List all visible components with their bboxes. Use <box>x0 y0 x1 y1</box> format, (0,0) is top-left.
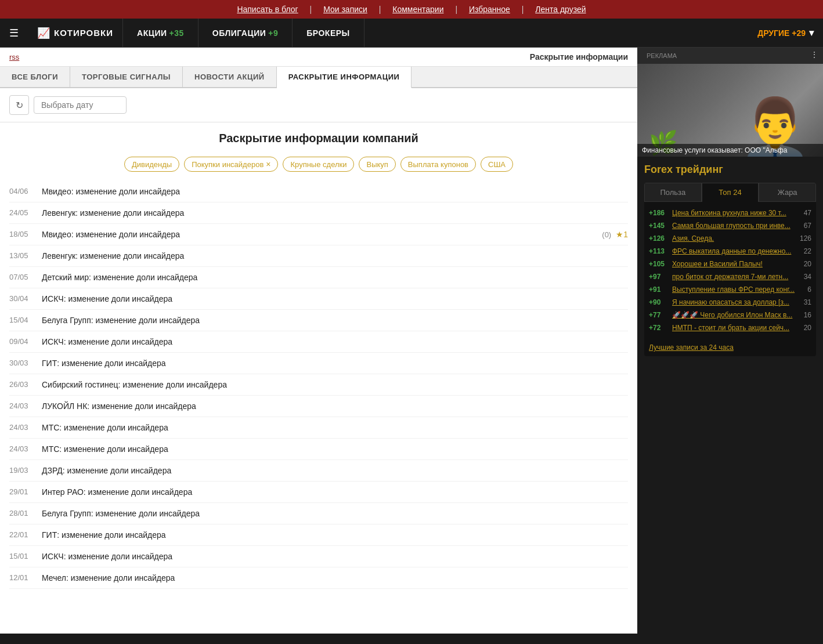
news-text[interactable]: Детский мир: изменение доли инсайдера <box>42 273 628 282</box>
news-text[interactable]: ИСКЧ: изменение доли инсайдера <box>42 294 628 303</box>
news-text[interactable]: ИСКЧ: изменение доли инсайдера <box>42 337 628 346</box>
topbar-link-comments[interactable]: Комментарии <box>392 5 443 14</box>
news-text[interactable]: МТС: изменение доли инсайдера <box>42 444 628 454</box>
news-text[interactable]: ИСКЧ: изменение доли инсайдера <box>42 552 628 561</box>
news-date: 19/03 <box>9 466 33 475</box>
widget-row: +186 Цена биткоина рухнула ниже 30 т... … <box>644 207 816 219</box>
news-item: 26/03 Сибирский гостинец: изменение доли… <box>9 374 628 396</box>
news-text[interactable]: Мвидео: изменение доли инсайдера <box>42 230 593 239</box>
widget-row: +77 🚀🚀🚀 Чего добился Илон Маск в... 16 <box>644 309 816 321</box>
widget-tab-zhara[interactable]: Жара <box>759 183 816 202</box>
news-star-icon[interactable]: ★1 <box>616 230 628 239</box>
nav-item-stocks[interactable]: АКЦИИ +35 <box>123 19 198 47</box>
topbar-link-my[interactable]: Мои записи <box>323 5 367 14</box>
news-text[interactable]: ЛУКОЙЛ НК: изменение доли инсайдера <box>42 401 628 411</box>
news-date: 13/05 <box>9 251 33 260</box>
widget-score: +72 <box>649 324 670 332</box>
chip-insider-buys[interactable]: Покупки инсайдеров × <box>184 157 278 172</box>
widget-link[interactable]: ФРС выкатила данные по денежно... <box>672 247 795 255</box>
chip-dividends[interactable]: Дивиденды <box>124 157 179 172</box>
news-item: 24/03 ЛУКОЙЛ НК: изменение доли инсайдер… <box>9 396 628 417</box>
nav-item-bonds[interactable]: ОБЛИГАЦИИ +9 <box>198 19 293 47</box>
widget-link[interactable]: Я начинаю опасаться за доллар [з... <box>672 298 795 306</box>
tab-all-blogs[interactable]: ВСЕ БЛОГИ <box>0 67 70 87</box>
news-item: 12/01 Мечел: изменение доли инсайдера <box>9 567 628 589</box>
filter-row: ↻ <box>0 88 637 122</box>
widget-count: 16 <box>797 311 811 319</box>
widget-tab-polska[interactable]: Польза <box>644 183 702 202</box>
tab-stock-news[interactable]: НОВОСТИ АКЦИЙ <box>183 67 277 87</box>
widget-count: 6 <box>797 285 811 294</box>
nav-brokers-label: БРОКЕРЫ <box>306 28 350 38</box>
news-text[interactable]: Мечел: изменение доли инсайдера <box>42 573 628 583</box>
rss-link[interactable]: rss <box>9 53 19 61</box>
widget-link[interactable]: Самая большая глупость при инве... <box>672 222 795 230</box>
widget-row: +126 Азия. Среда. 126 <box>644 232 816 245</box>
news-text[interactable]: ГИТ: изменение доли инсайдера <box>42 530 628 540</box>
tab-disclosure[interactable]: РАСКРЫТИЕ ИНФОРМАЦИИ <box>277 67 412 88</box>
widget-link[interactable]: Хорошее и Василий Палыч! <box>672 260 795 268</box>
news-text[interactable]: Левенгук: изменение доли инсайдера <box>42 208 628 218</box>
widget-count: 126 <box>797 234 811 243</box>
news-date: 24/03 <box>9 444 33 453</box>
topbar-link-friends[interactable]: Лента друзей <box>535 5 586 14</box>
ad-options-icon[interactable]: ⋮ <box>810 50 818 59</box>
news-text[interactable]: ГИТ: изменение доли инсайдера <box>42 359 628 368</box>
right-sidebar: РЕКЛАМА ⋮ 👨‍💼 🌿 Финансовые услуги оказыв… <box>637 48 823 634</box>
news-item: 07/05 Детский мир: изменение доли инсайд… <box>9 267 628 288</box>
widget-row: +105 Хорошее и Василий Палыч! 20 <box>644 258 816 270</box>
widget-link[interactable]: Выступление главы ФРС перед конг... <box>672 285 795 294</box>
nav-item-other[interactable]: ДРУГИЕ +29 ▾ <box>748 27 823 38</box>
widget-link[interactable]: НМТП - стоит ли брать акции сейч... <box>672 324 795 332</box>
news-text[interactable]: Интер РАО: изменение доли инсайдера <box>42 487 628 497</box>
news-text[interactable]: ДЗРД: изменение доли инсайдера <box>42 466 628 475</box>
hamburger-menu[interactable]: ☰ <box>0 27 28 39</box>
news-item: 24/03 МТС: изменение доли инсайдера <box>9 439 628 460</box>
widget-tab-top24[interactable]: Топ 24 <box>702 183 759 202</box>
chip-big-deals[interactable]: Крупные сделки <box>283 157 354 172</box>
tab-trade-signals[interactable]: ТОРГОВЫЕ СИГНАЛЫ <box>70 67 183 87</box>
date-picker[interactable] <box>34 96 127 114</box>
nav-other-count: ДРУГИЕ +29 <box>757 28 806 38</box>
chips-row: Дивиденды Покупки инсайдеров × Крупные с… <box>0 152 637 181</box>
widget-best-link[interactable]: Лучшие записи за 24 часа <box>644 339 816 356</box>
news-text[interactable]: МТС: изменение доли инсайдера <box>42 423 628 432</box>
news-item: 30/04 ИСКЧ: изменение доли инсайдера <box>9 288 628 310</box>
widget-tabs: Польза Топ 24 Жара <box>644 183 816 202</box>
news-date: 30/04 <box>9 294 33 303</box>
news-date: 28/01 <box>9 509 33 518</box>
chip-coupon[interactable]: Выплата купонов <box>400 157 476 172</box>
nav-logo[interactable]: 📈 КОТИРОВКИ <box>28 19 123 47</box>
news-item: 28/01 Белуга Групп: изменение доли инсай… <box>9 503 628 524</box>
widget-link[interactable]: Азия. Среда. <box>672 234 795 243</box>
refresh-button[interactable]: ↻ <box>9 95 29 115</box>
nav-item-brokers[interactable]: БРОКЕРЫ <box>293 19 364 47</box>
news-item: 04/06 Мвидео: изменение доли инсайдера <box>9 181 628 202</box>
widget-link[interactable]: 🚀🚀🚀 Чего добился Илон Маск в... <box>672 311 795 319</box>
widget-link[interactable]: Цена биткоина рухнула ниже 30 т... <box>672 209 795 217</box>
news-text[interactable]: Белуга Групп: изменение доли инсайдера <box>42 316 628 325</box>
news-text[interactable]: Левенгук: изменение доли инсайдера <box>42 251 628 261</box>
news-date: 24/03 <box>9 401 33 410</box>
nav-bonds-count: +9 <box>268 28 278 38</box>
widget-link[interactable]: про биток от держателя 7-ми летн... <box>672 273 795 281</box>
topbar-link-favorites[interactable]: Избранное <box>469 5 510 14</box>
news-item: 30/03 ГИТ: изменение доли инсайдера <box>9 353 628 374</box>
news-text[interactable]: Мвидео: изменение доли инсайдера <box>42 187 628 196</box>
chip-buyback[interactable]: Выкуп <box>359 157 395 172</box>
widget-score: +126 <box>649 234 670 243</box>
news-date: 04/06 <box>9 187 33 196</box>
news-text[interactable]: Белуга Групп: изменение доли инсайдера <box>42 509 628 518</box>
news-item: 24/03 МТС: изменение доли инсайдера <box>9 417 628 439</box>
widget-score: +97 <box>649 273 670 281</box>
topbar-link-write[interactable]: Написать в блог <box>237 5 298 14</box>
chip-coupon-label: Выплата купонов <box>408 160 468 169</box>
chip-usa[interactable]: США <box>481 157 513 172</box>
nav-bonds-label: ОБЛИГАЦИИ <box>212 28 266 38</box>
news-text[interactable]: Сибирский гостинец: изменение доли инсай… <box>42 380 628 389</box>
news-comment-count: (0) <box>602 230 611 239</box>
news-date: 15/04 <box>9 316 33 324</box>
news-item: 29/01 Интер РАО: изменение доли инсайдер… <box>9 482 628 503</box>
logo-chart-icon: 📈 <box>37 27 50 39</box>
chip-insider-buys-close[interactable]: × <box>266 160 270 169</box>
